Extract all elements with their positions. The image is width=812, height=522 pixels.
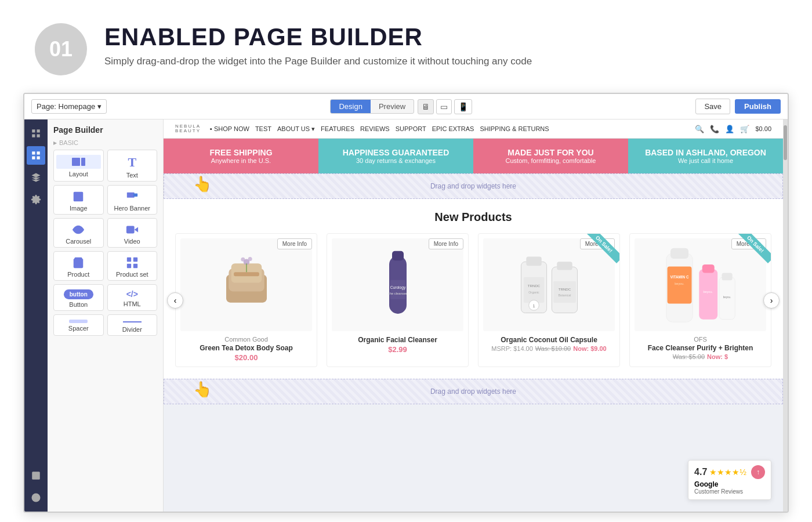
svg-text:beyou.: beyou. (723, 296, 731, 299)
step-number: 01 (35, 23, 87, 75)
video-icon (110, 223, 155, 236)
rating-stars: ★★★★½ (709, 467, 746, 477)
widget-button[interactable]: button Button (53, 284, 104, 311)
cart-amount: $0.00 (755, 125, 771, 132)
widget-carousel[interactable]: Carousel (53, 218, 104, 248)
canvas-area[interactable]: NEBULA BEAUTY ▪ SHOP NOW TEST ABOUT US ▾… (164, 119, 783, 512)
widget-product-set[interactable]: Product set (107, 251, 158, 281)
widget-grid: Layout T Text Image (53, 150, 157, 336)
nav-about[interactable]: ABOUT US ▾ (277, 125, 315, 133)
product-card-1: More Info (175, 233, 317, 367)
svg-text:Organic: Organic (528, 291, 539, 294)
header-section: 01 ENABLED PAGE BUILDER Simply drag-and-… (0, 0, 812, 93)
page-title: ENABLED PAGE BUILDER (104, 23, 532, 51)
product-name-3: Organic Coconut Oil Capsule (483, 336, 615, 344)
products-title: New Products (175, 211, 771, 224)
publish-button[interactable]: Publish (735, 99, 781, 114)
product-name-1: Green Tea Detox Body Soap (180, 344, 312, 352)
svg-point-25 (241, 258, 245, 262)
product-card-3: More Info On Sale! (478, 233, 620, 367)
google-sub: Customer Reviews (694, 488, 765, 495)
banner-bar: FREE SHIPPING Anywhere in the U.S. HAPPI… (164, 139, 783, 173)
svg-rect-39 (557, 262, 572, 270)
product-img-2: Curology the cleanser (332, 238, 463, 331)
drop-zone-bottom[interactable]: 👆 Drag and drop widgets here (164, 379, 783, 404)
spacer-icon (56, 320, 101, 323)
svg-rect-54 (722, 273, 732, 280)
svg-text:beyou.: beyou. (675, 281, 684, 285)
sidebar-icon-bottom1[interactable] (27, 466, 45, 485)
nav-reviews[interactable]: REVIEWS (360, 125, 390, 132)
more-info-btn-2[interactable]: More Info (429, 238, 463, 249)
product-icon (56, 256, 101, 269)
hand-pointer-bottom: 👆 (193, 380, 212, 398)
products-section: New Products ‹ More Info (164, 199, 783, 379)
svg-marker-12 (134, 227, 137, 232)
svg-rect-50 (699, 269, 717, 320)
product-set-icon (110, 256, 155, 269)
widget-panel: Page Builder BASIC Layout T Text (48, 119, 164, 512)
scroll-up-btn[interactable]: ↑ (751, 465, 765, 479)
nav-shop-now[interactable]: ▪ SHOP NOW (210, 125, 249, 132)
product-img-1 (180, 238, 312, 331)
widget-hero-banner[interactable]: Hero Banner (107, 185, 158, 215)
rating-number: 4.7 (694, 467, 707, 477)
svg-rect-18 (133, 264, 137, 268)
svg-rect-30 (390, 280, 405, 299)
svg-text:TRNDC: TRNDC (527, 284, 540, 288)
google-reviews-widget: 4.7 ★★★★½ ↑ Google Customer Reviews (688, 460, 771, 500)
desktop-view-btn[interactable]: 🖥 (418, 99, 434, 114)
nav-features[interactable]: FEATURES (321, 125, 354, 132)
nav-test[interactable]: TEST (255, 125, 271, 132)
svg-rect-29 (392, 251, 404, 261)
sidebar-icon-layers[interactable] (27, 168, 45, 187)
nav-epic-extras[interactable]: EPIC EXTRAS (432, 125, 474, 132)
product-card-4: More Info On Sale! (629, 233, 771, 367)
cart-icon[interactable]: 🛒 (740, 125, 749, 133)
store-nav: NEBULA BEAUTY ▪ SHOP NOW TEST ABOUT US ▾… (164, 119, 783, 139)
widget-video[interactable]: Video (107, 218, 158, 248)
carousel-icon (56, 223, 101, 236)
scrollbar[interactable] (783, 119, 788, 512)
widget-image[interactable]: Image (53, 185, 104, 215)
svg-text:Curology: Curology (390, 285, 405, 290)
widget-layout[interactable]: Layout (53, 150, 104, 182)
page-selector[interactable]: Page: Homepage ▾ (31, 99, 107, 114)
next-arrow[interactable]: › (763, 292, 780, 309)
sidebar-icon-grid[interactable] (27, 146, 45, 165)
google-label: Google (694, 480, 765, 488)
product-card-2: More Info (327, 233, 469, 367)
search-icon[interactable]: 🔍 (695, 125, 704, 133)
mobile-view-btn[interactable]: 📱 (454, 99, 472, 114)
sidebar-icon-settings[interactable] (27, 190, 45, 209)
sidebar-icon-logo (27, 124, 45, 143)
store-logo: NEBULA BEAUTY (175, 124, 201, 133)
design-tab[interactable]: Design (331, 100, 370, 113)
svg-point-9 (77, 228, 81, 231)
widget-html[interactable]: </> HTML (107, 284, 158, 311)
preview-tab[interactable]: Preview (371, 100, 414, 113)
account-icon[interactable]: 👤 (725, 125, 734, 133)
widget-spacer[interactable]: Spacer (53, 314, 104, 336)
widget-text[interactable]: T Text (107, 150, 158, 182)
svg-rect-7 (127, 193, 135, 198)
nav-support[interactable]: SUPPORT (396, 125, 426, 132)
price-row-3: MSRP: $14.00 Was: $10.00 Now: $9.00 (483, 345, 615, 352)
button-icon: button (56, 289, 101, 299)
main-layout: Page Builder BASIC Layout T Text (24, 119, 788, 512)
tablet-view-btn[interactable]: ▭ (436, 99, 452, 114)
drop-zone-top[interactable]: 👆 Drag and drop widgets here (164, 173, 783, 199)
widget-product[interactable]: Product (53, 251, 104, 281)
save-button[interactable]: Save (695, 99, 730, 114)
widget-divider[interactable]: Divider (107, 314, 158, 336)
prev-arrow[interactable]: ‹ (167, 292, 183, 309)
sidebar-icon-help[interactable] (27, 488, 45, 507)
design-preview-toggle: Design Preview (330, 99, 414, 114)
nav-shipping[interactable]: SHIPPING & RETURNS (480, 125, 549, 132)
store-preview: NEBULA BEAUTY ▪ SHOP NOW TEST ABOUT US ▾… (164, 119, 783, 404)
svg-rect-40 (553, 281, 576, 303)
svg-text:VITAMIN C: VITAMIN C (670, 274, 689, 278)
svg-text:TRNDC: TRNDC (558, 287, 571, 291)
more-info-btn-1[interactable]: More Info (277, 238, 312, 249)
top-bar-actions: Save Publish (695, 99, 781, 114)
